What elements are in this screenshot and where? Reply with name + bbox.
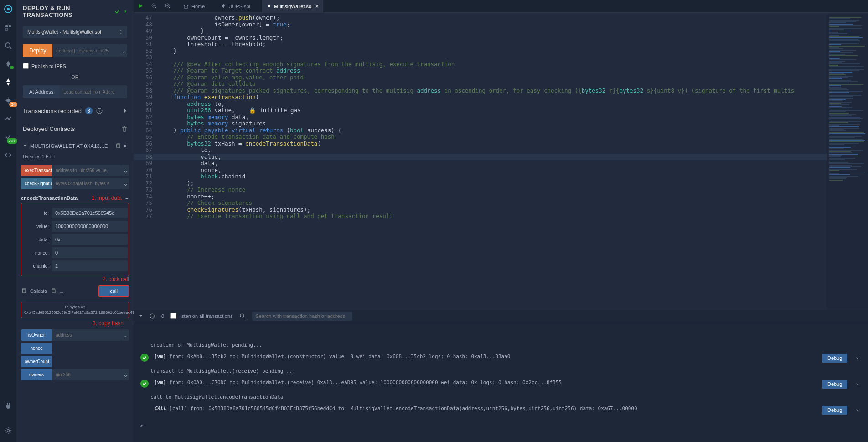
at-address-button[interactable]: At Address bbox=[23, 85, 60, 98]
ipfs-checkbox[interactable] bbox=[23, 63, 29, 69]
minimap[interactable] bbox=[827, 13, 868, 310]
isowner-input[interactable] bbox=[52, 329, 122, 341]
debug-button[interactable]: Debug bbox=[822, 354, 847, 363]
annotation-3: 3. copy hash bbox=[21, 318, 129, 327]
listen-checkbox[interactable] bbox=[170, 313, 176, 319]
ipfs-checkbox-row[interactable]: Publish to IPFS bbox=[23, 63, 127, 69]
debug-button[interactable]: Debug bbox=[822, 406, 847, 415]
console-prompt[interactable]: > bbox=[134, 419, 868, 432]
testing-icon[interactable]: 207 bbox=[4, 132, 13, 141]
console-count: 0 bbox=[161, 313, 164, 319]
param-nonce-input[interactable] bbox=[52, 247, 128, 258]
call-button[interactable]: call bbox=[98, 285, 129, 297]
zoom-out-icon[interactable] bbox=[151, 3, 158, 10]
panel-title: DEPLOY & RUN TRANSACTIONS bbox=[23, 5, 111, 18]
chevron-right-icon[interactable] bbox=[124, 108, 127, 114]
expand-fn-icon[interactable]: ⌄ bbox=[122, 329, 129, 341]
search-icon[interactable] bbox=[4, 41, 13, 50]
debugger-icon[interactable]: 34 bbox=[4, 96, 13, 105]
param-data-input[interactable] bbox=[52, 234, 128, 245]
chevron-up-icon[interactable] bbox=[124, 196, 129, 200]
svg-rect-8 bbox=[9, 403, 10, 405]
expand-log-icon[interactable]: ⌄ bbox=[853, 354, 862, 359]
expand-deploy-icon[interactable]: ⌄ bbox=[120, 44, 127, 57]
exec-tx-input[interactable] bbox=[52, 165, 122, 176]
expand-fn-icon[interactable]: ⌄ bbox=[122, 178, 129, 189]
check-sig-input[interactable] bbox=[52, 178, 122, 189]
deploy-icon[interactable] bbox=[4, 78, 13, 87]
svg-rect-7 bbox=[7, 403, 8, 405]
svg-point-9 bbox=[7, 430, 10, 432]
param-to-input[interactable] bbox=[52, 208, 128, 218]
expand-log-icon[interactable]: ⌄ bbox=[853, 380, 862, 385]
svg-rect-3 bbox=[9, 25, 11, 27]
chevron-down-icon[interactable] bbox=[139, 314, 143, 318]
solidity-icon bbox=[267, 4, 271, 9]
annotation-1: 1. input data bbox=[92, 195, 122, 201]
isowner-button[interactable]: isOwner bbox=[21, 329, 52, 341]
check-signatures-button[interactable]: checkSignatu bbox=[21, 178, 52, 189]
logo-icon[interactable] bbox=[4, 5, 13, 14]
tx-count-badge: 8 bbox=[85, 107, 93, 114]
console-body: creation of MultisigWallet pending... [v… bbox=[134, 322, 868, 442]
deployed-contract-item: MULTISIGWALLET AT 0XA13...E × Balance: 1… bbox=[21, 140, 129, 382]
debug-button[interactable]: Debug bbox=[822, 380, 847, 389]
tab-uups[interactable]: UUPS.sol bbox=[217, 0, 255, 12]
owners-input[interactable] bbox=[52, 369, 122, 380]
tab-multisig[interactable]: MultisigWallet.sol × bbox=[262, 0, 323, 12]
param-chainid-input[interactable] bbox=[52, 260, 128, 271]
search-icon[interactable] bbox=[239, 313, 246, 319]
copy-icon[interactable] bbox=[115, 143, 121, 149]
plugin-icon[interactable] bbox=[4, 401, 13, 410]
tx-recorded-header[interactable]: Transactions recorded 8 bbox=[16, 101, 134, 119]
console-search-input[interactable] bbox=[252, 312, 352, 321]
file-explorer-icon[interactable] bbox=[4, 23, 13, 32]
info-icon[interactable] bbox=[96, 108, 103, 114]
param-label-nonce: _nonce: bbox=[22, 250, 49, 255]
at-address-input[interactable] bbox=[60, 85, 127, 98]
console-toolbar: 0 listen on all transactions bbox=[134, 310, 868, 322]
copy-icon[interactable] bbox=[51, 288, 56, 294]
copy-icon[interactable] bbox=[21, 288, 26, 294]
settings-icon[interactable] bbox=[4, 426, 13, 435]
more-icon[interactable]: ... bbox=[60, 289, 63, 294]
main-area: Home UUPS.sol MultisigWallet.sol × 47 ow… bbox=[134, 0, 868, 442]
contract-selector[interactable]: MultisigWallet - MultisigWallet.sol bbox=[23, 26, 127, 38]
param-value-input[interactable] bbox=[52, 221, 128, 232]
owners-button[interactable]: owners bbox=[21, 369, 52, 380]
play-icon[interactable] bbox=[138, 3, 144, 10]
solidity-icon bbox=[221, 4, 226, 9]
trash-icon[interactable] bbox=[122, 126, 127, 132]
dc-name: MULTISIGWALLET AT 0XA13...E bbox=[30, 143, 108, 149]
tab-close-icon[interactable]: × bbox=[315, 3, 319, 10]
ipfs-label: Publish to IPFS bbox=[31, 63, 66, 69]
code-editor[interactable]: 47 owners.push(owner);48 isOwner[owner] … bbox=[134, 13, 827, 310]
zoom-in-icon[interactable] bbox=[165, 3, 171, 10]
panel-header: DEPLOY & RUN TRANSACTIONS bbox=[16, 0, 134, 23]
tab-home[interactable]: Home bbox=[179, 0, 209, 12]
exec-transaction-button[interactable]: execTransact bbox=[21, 165, 52, 176]
nonce-button[interactable]: nonce bbox=[21, 343, 52, 354]
ownercount-button[interactable]: ownerCount bbox=[21, 356, 52, 367]
log-text: CALL [call] from: 0x5B38Da6a701c568545dC… bbox=[154, 406, 816, 411]
balance-text: Balance: 1 ETH bbox=[21, 152, 129, 163]
ban-icon[interactable] bbox=[150, 313, 155, 319]
chevron-down-icon[interactable] bbox=[23, 144, 27, 148]
expand-fn-icon[interactable]: ⌄ bbox=[122, 165, 129, 176]
dc-label: Deployed Contracts bbox=[23, 125, 75, 132]
analysis-icon[interactable] bbox=[4, 114, 13, 123]
chevron-right-icon[interactable] bbox=[124, 9, 127, 14]
dc-header-row[interactable]: MULTISIGWALLET AT 0XA13...E × bbox=[21, 140, 129, 152]
expand-fn-icon[interactable]: ⌄ bbox=[122, 369, 129, 380]
expand-log-icon[interactable]: ⌄ bbox=[853, 406, 862, 411]
listen-checkbox-row[interactable]: listen on all transactions bbox=[170, 313, 232, 319]
compiler-icon[interactable] bbox=[4, 59, 13, 68]
close-icon[interactable]: × bbox=[124, 142, 127, 150]
svg-point-6 bbox=[6, 99, 10, 102]
scripts-icon[interactable] bbox=[4, 151, 13, 160]
deploy-args-input[interactable] bbox=[52, 44, 120, 57]
badge-34: 34 bbox=[9, 102, 17, 107]
tx-recorded-label: Transactions recorded bbox=[23, 108, 82, 114]
param-label-chainid: chainid: bbox=[22, 264, 49, 269]
deploy-button[interactable]: Deploy bbox=[23, 44, 52, 57]
